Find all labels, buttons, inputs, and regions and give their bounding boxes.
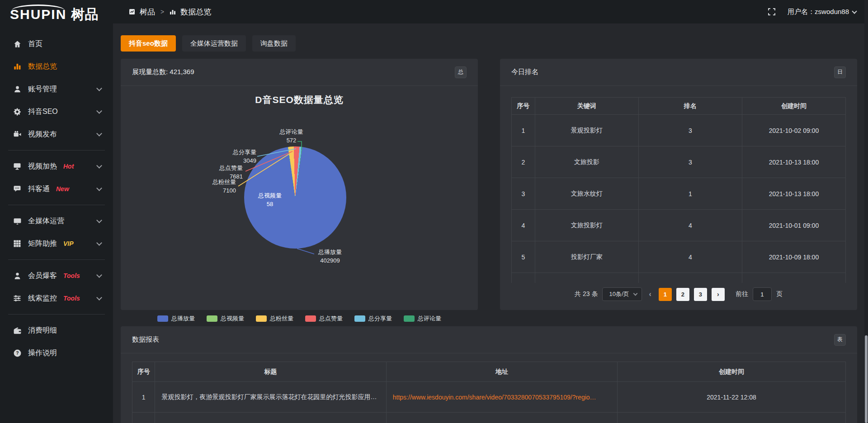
table-toggle-button[interactable]: 表 [834, 334, 846, 346]
person-icon [13, 271, 22, 280]
table-row[interactable]: 5投影灯厂家 42021-10-09 18:00 [512, 241, 846, 273]
page-button-2[interactable]: 2 [676, 288, 689, 301]
video-link[interactable]: https://www.iesdouyin.com/share/video/70… [393, 394, 596, 401]
overview-panel-header: 展现量总数: 421,369 总 [121, 59, 478, 86]
sidebar-item-help[interactable]: ? 操作说明 [0, 342, 113, 364]
ranking-title: 今日排名 [511, 68, 538, 76]
breadcrumb-root[interactable]: 树品 [140, 7, 155, 17]
sidebar-item-label: 矩阵助推 [28, 239, 57, 249]
sidebar-item-video-heat[interactable]: 视频加热 Hot [0, 155, 113, 178]
legend-label: 总粉丝量 [270, 315, 293, 323]
sliders-icon [13, 294, 22, 303]
scrollbar-thumb[interactable] [865, 335, 868, 423]
report-title: 数据报表 [132, 335, 159, 344]
legend-swatch [157, 315, 168, 322]
divider [8, 259, 105, 260]
pie-label-videos: 总视频量 58 [245, 192, 295, 209]
sidebar-item-video-publish[interactable]: 视频发布 [0, 123, 113, 146]
sidebar-item-member-baoke[interactable]: 会员爆客 Tools [0, 264, 113, 287]
table-header-row: 序号 关键词 排名 创建时间 [512, 98, 846, 115]
app-logo: SHUPIN 树品 [0, 0, 113, 29]
top-header: 树品 > 数据总览 用户名：zswodun88 [0, 0, 868, 24]
svg-text:?: ? [16, 351, 19, 356]
data-tabs: 抖音seo数据 全媒体运营数据 询盘数据 [121, 35, 296, 52]
pagination: 共 23 条 10条/页 ‹ 1 2 3 › 前往 页 [500, 287, 857, 301]
sidebar-item-matrix-boost[interactable]: 矩阵助推 VIP [0, 232, 113, 255]
hot-badge: Hot [63, 163, 74, 170]
legend-swatch [354, 315, 365, 322]
col-url: 地址 [386, 362, 617, 382]
tab-omnimedia-data[interactable]: 全媒体运营数据 [182, 35, 246, 52]
report-panel-header: 数据报表 表 [121, 326, 857, 353]
table-row[interactable]: 2文旅投影 32021-10-13 18:00 [512, 146, 846, 178]
sidebar-item-data-overview[interactable]: 数据总览 [0, 55, 113, 78]
legend-label: 总评论量 [418, 315, 441, 323]
report-panel: 数据报表 表 序号 标题 地址 创建时间 1 景观投影灯，夜游景观投影灯厂家展示… [121, 326, 857, 423]
chevron-down-icon [96, 131, 102, 136]
sidebar: SHUPIN 树品 首页 数据总览 账号管理 [0, 0, 113, 423]
legend-item-总评论量[interactable]: 总评论量 [404, 315, 441, 323]
legend-swatch [404, 315, 415, 322]
tab-inquiry-data[interactable]: 询盘数据 [252, 35, 296, 52]
legend-item-总点赞量[interactable]: 总点赞量 [305, 315, 343, 323]
chat-bubble-icon [13, 184, 22, 193]
user-name: 用户名：zswodun88 [788, 8, 849, 16]
tab-douyin-seo[interactable]: 抖音seo数据 [121, 35, 176, 52]
grid-icon [13, 239, 22, 248]
sidebar-item-consumption[interactable]: 消费明细 [0, 319, 113, 342]
goto-page-input[interactable] [753, 287, 772, 301]
legend-item-总粉丝量[interactable]: 总粉丝量 [256, 315, 293, 323]
table-row[interactable]: 3文旅水纹灯 12021-10-13 18:00 [512, 178, 846, 210]
page-button-3[interactable]: 3 [694, 288, 707, 301]
pie-chart: D音SEO数据量总览 总评论量 572 总分享量 3049 总点赞量 7681 [121, 86, 478, 267]
table-row[interactable]: 1 景观投影灯，夜游景观投影灯厂家展示展示落花灯在花园里的灯光投影应用效果 # … [132, 382, 846, 413]
legend-swatch [305, 315, 316, 322]
pie-label-fans: 总粉丝量 7100 [191, 178, 236, 195]
chevron-down-icon [96, 108, 102, 114]
sidebar-item-label: 线索监控 [28, 294, 57, 303]
chevron-down-icon [96, 295, 102, 301]
user-menu[interactable]: 用户名：zswodun88 [788, 8, 856, 16]
col-created: 创建时间 [742, 98, 845, 115]
breadcrumb: 树品 > 数据总览 [129, 0, 211, 24]
sidebar-item-lead-monitor[interactable]: 线索监控 Tools [0, 287, 113, 310]
legend-label: 总分享量 [368, 315, 392, 323]
table-row[interactable]: 4文旅投影灯 42021-10-01 09:00 [512, 210, 846, 241]
vip-badge: VIP [63, 240, 74, 247]
page-size-select[interactable]: 10条/页 [602, 287, 642, 301]
fullscreen-icon[interactable] [768, 8, 776, 16]
next-page-button[interactable]: › [712, 288, 725, 301]
goto-label: 前往 [736, 290, 748, 298]
scrollbar-track[interactable] [864, 0, 868, 423]
question-circle-icon: ? [13, 348, 22, 357]
overview-panel: 展现量总数: 421,369 总 D音SEO数据量总览 总评论量 572 总分享… [121, 59, 478, 310]
breadcrumb-separator: > [160, 8, 164, 15]
table-header-row: 序号 标题 地址 创建时间 [132, 362, 846, 382]
legend-label: 总播放量 [171, 315, 195, 323]
monitor-icon [13, 216, 22, 226]
table-row[interactable]: 1景观投影灯 32021-10-02 09:00 [512, 115, 846, 146]
logo-text-cn: 树品 [71, 5, 98, 24]
video-camera-icon [13, 130, 22, 139]
logo-text-en: SHUPIN [10, 8, 66, 21]
prev-page-button[interactable]: ‹ [646, 290, 654, 298]
divider [8, 314, 105, 315]
sidebar-item-account[interactable]: 账号管理 [0, 78, 113, 100]
sidebar-item-label: 视频发布 [28, 130, 57, 139]
legend-label: 总视频量 [221, 315, 244, 323]
total-toggle-button[interactable]: 总 [455, 66, 467, 78]
sidebar-item-douyin-seo[interactable]: 抖音SEO [0, 100, 113, 123]
chevron-down-icon [96, 217, 102, 223]
sidebar-item-omnimedia[interactable]: 全媒体运营 [0, 210, 113, 232]
report-icon [129, 9, 135, 15]
chevron-down-icon [633, 291, 637, 296]
sidebar-item-douketong[interactable]: 抖客通 New [0, 178, 113, 200]
sidebar-item-home[interactable]: 首页 [0, 33, 113, 55]
legend-item-总视频量[interactable]: 总视频量 [207, 315, 244, 323]
sidebar-item-label: 消费明细 [28, 326, 57, 335]
page-button-1[interactable]: 1 [659, 288, 672, 301]
daily-toggle-button[interactable]: 日 [834, 66, 846, 78]
chart-title: D音SEO数据量总览 [121, 94, 478, 106]
legend-item-总播放量[interactable]: 总播放量 [157, 315, 195, 323]
legend-item-总分享量[interactable]: 总分享量 [354, 315, 392, 323]
